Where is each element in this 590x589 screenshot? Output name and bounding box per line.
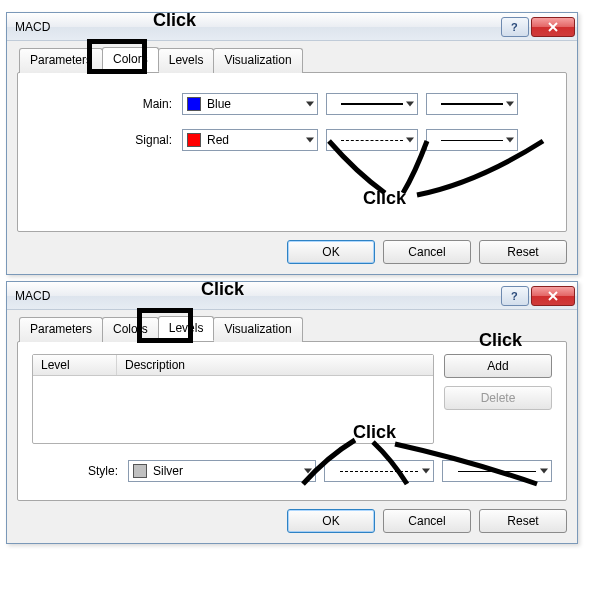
tab-visualization[interactable]: Visualization	[213, 48, 302, 73]
line-solid-icon	[341, 103, 403, 105]
close-button[interactable]	[531, 286, 575, 306]
label-signal: Signal:	[34, 133, 182, 147]
style-color-text: Silver	[153, 464, 183, 478]
style-color-select[interactable]: Silver	[128, 460, 316, 482]
close-button[interactable]	[531, 17, 575, 37]
tabstrip: Parameters Colors Levels Visualization	[19, 47, 567, 72]
reset-button[interactable]: Reset	[479, 240, 567, 264]
tab-visualization[interactable]: Visualization	[213, 317, 302, 342]
line-thin-icon	[441, 140, 503, 141]
dialog-macd-levels: MACD ? Parameters Colors Levels Visualiz…	[6, 281, 578, 544]
chevron-down-icon	[540, 469, 548, 474]
chevron-down-icon	[304, 469, 312, 474]
tab-content-levels: Level Description Add Delete Style: Silv…	[17, 341, 567, 501]
chevron-down-icon	[506, 138, 514, 143]
main-linewidth-select[interactable]	[426, 93, 518, 115]
cancel-button[interactable]: Cancel	[383, 509, 471, 533]
style-linestyle-select[interactable]	[324, 460, 434, 482]
style-linewidth-select[interactable]	[442, 460, 552, 482]
reset-button[interactable]: Reset	[479, 509, 567, 533]
help-button[interactable]: ?	[501, 286, 529, 306]
window-title: MACD	[15, 20, 501, 34]
swatch-blue	[187, 97, 201, 111]
levels-header: Level Description	[33, 355, 433, 376]
tabstrip: Parameters Colors Levels Visualization	[19, 316, 567, 341]
tab-colors[interactable]: Colors	[102, 47, 159, 72]
help-button[interactable]: ?	[501, 17, 529, 37]
svg-text:?: ?	[511, 290, 518, 302]
levels-list[interactable]: Level Description	[32, 354, 434, 444]
main-linestyle-select[interactable]	[326, 93, 418, 115]
swatch-silver	[133, 464, 147, 478]
line-dashed-icon	[341, 140, 403, 141]
main-color-select[interactable]: Blue	[182, 93, 318, 115]
add-button[interactable]: Add	[444, 354, 552, 378]
col-description[interactable]: Description	[117, 355, 433, 375]
label-main: Main:	[34, 97, 182, 111]
chevron-down-icon	[422, 469, 430, 474]
window-title: MACD	[15, 289, 501, 303]
tab-parameters[interactable]: Parameters	[19, 317, 103, 342]
tab-levels[interactable]: Levels	[158, 48, 215, 73]
tab-colors[interactable]: Colors	[102, 317, 159, 342]
chevron-down-icon	[406, 102, 414, 107]
tab-parameters[interactable]: Parameters	[19, 48, 103, 73]
chevron-down-icon	[506, 102, 514, 107]
col-level[interactable]: Level	[33, 355, 117, 375]
signal-color-select[interactable]: Red	[182, 129, 318, 151]
line-solid-icon	[441, 103, 503, 105]
tab-levels[interactable]: Levels	[158, 316, 215, 341]
cancel-button[interactable]: Cancel	[383, 240, 471, 264]
chevron-down-icon	[406, 138, 414, 143]
delete-button[interactable]: Delete	[444, 386, 552, 410]
titlebar[interactable]: MACD ?	[7, 13, 577, 41]
signal-linestyle-select[interactable]	[326, 129, 418, 151]
ok-button[interactable]: OK	[287, 240, 375, 264]
titlebar[interactable]: MACD ?	[7, 282, 577, 310]
line-thin-icon	[458, 471, 536, 472]
chevron-down-icon	[306, 102, 314, 107]
tab-content-colors: Main: Blue Signal:	[17, 72, 567, 232]
svg-text:?: ?	[511, 21, 518, 33]
chevron-down-icon	[306, 138, 314, 143]
dialog-macd-colors: MACD ? Parameters Colors Levels Visualiz…	[6, 12, 578, 275]
main-color-text: Blue	[207, 97, 231, 111]
signal-color-text: Red	[207, 133, 229, 147]
signal-linewidth-select[interactable]	[426, 129, 518, 151]
line-dashed-icon	[340, 471, 418, 472]
label-style: Style:	[32, 464, 128, 478]
swatch-red	[187, 133, 201, 147]
ok-button[interactable]: OK	[287, 509, 375, 533]
